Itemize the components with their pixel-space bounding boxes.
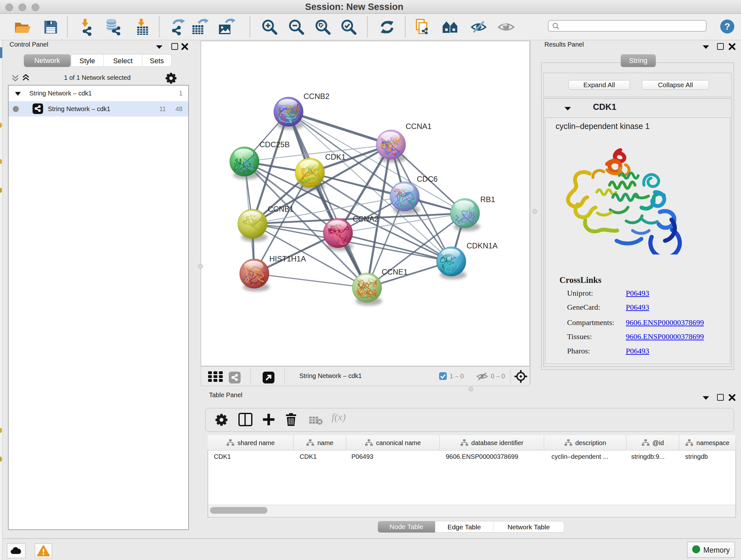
svg-text:CCNE1: CCNE1 xyxy=(382,267,408,276)
svg-text:CDC6: CDC6 xyxy=(417,175,437,183)
svg-text:CDC25B: CDC25B xyxy=(259,140,290,149)
svg-text:CDKN1A: CDKN1A xyxy=(467,241,497,250)
svg-text:CCNA1: CCNA1 xyxy=(406,122,431,131)
svg-text:CCNB1: CCNB1 xyxy=(268,205,293,213)
svg-text:RB1: RB1 xyxy=(480,195,495,204)
svg-text:CDK1: CDK1 xyxy=(325,152,346,161)
svg-text:CCNB2: CCNB2 xyxy=(304,92,329,101)
svg-text:CCNA2: CCNA2 xyxy=(353,214,379,223)
svg-text:HIST1H1A: HIST1H1A xyxy=(269,254,306,263)
